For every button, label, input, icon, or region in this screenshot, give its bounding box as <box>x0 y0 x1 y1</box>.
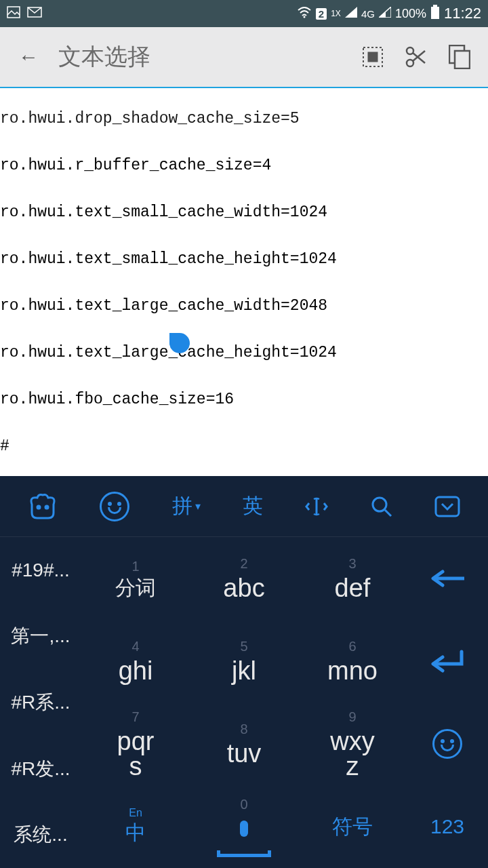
svg-point-2 <box>303 16 305 18</box>
editor-line[interactable]: ro.hwui.text_small_cache_height=1024 <box>0 252 488 267</box>
editor-line[interactable]: ro.hwui.text_large_cache_height=1024 <box>0 345 488 361</box>
wifi-icon <box>297 6 312 22</box>
svg-marker-5 <box>379 12 386 18</box>
battery-icon <box>430 5 440 23</box>
keyboard: 拼▾ 英 #19#...第一,...#R系...#R发...系统...1分词2a… <box>0 476 488 868</box>
mail-icon <box>27 7 42 21</box>
app-bar: ← 文本选择 <box>0 27 488 87</box>
svg-rect-6 <box>431 7 439 19</box>
baidu-logo-button[interactable] <box>28 494 58 519</box>
pinyin-tab[interactable]: 拼▾ <box>172 492 201 520</box>
back-button[interactable]: ← <box>15 43 42 71</box>
svg-rect-9 <box>368 52 378 62</box>
candidate-key[interactable]: #19#... <box>0 537 81 604</box>
emoji-icon <box>432 729 462 759</box>
svg-point-11 <box>407 60 413 66</box>
signal-icon <box>345 7 357 21</box>
svg-rect-22 <box>240 821 248 837</box>
select-all-button[interactable] <box>359 43 386 71</box>
signal-1x-label: 1X <box>331 9 341 18</box>
svg-line-12 <box>413 53 425 63</box>
scissors-icon <box>405 45 428 68</box>
clock: 11:22 <box>444 5 481 22</box>
search-icon <box>371 496 392 517</box>
enter-icon <box>429 649 466 673</box>
battery-percent: 100% <box>395 7 426 21</box>
svg-rect-15 <box>455 51 470 68</box>
key-6[interactable]: 6mno <box>298 620 407 703</box>
editor-line[interactable]: ro.hwui.fbo_cache_size=16 <box>0 392 488 408</box>
editor-line[interactable]: ro.hwui.text_small_cache_width=1024 <box>0 205 488 220</box>
backspace-key[interactable] <box>407 537 488 620</box>
editor-line[interactable]: # <box>0 439 488 454</box>
svg-line-13 <box>413 51 425 61</box>
cut-button[interactable] <box>403 43 430 71</box>
editor-line[interactable]: ro.hwui.drop_shadow_cache_size=5 <box>0 111 488 127</box>
arrow-left-icon: ← <box>18 45 39 68</box>
key-8[interactable]: 8tuv <box>190 703 298 785</box>
page-title: 文本选择 <box>58 41 343 73</box>
english-tab[interactable]: 英 <box>243 492 263 520</box>
key-1[interactable]: 1分词 <box>81 537 190 620</box>
sim-card-indicator: 2 <box>316 8 327 20</box>
key-3[interactable]: 3def <box>298 537 407 620</box>
key-5[interactable]: 5jkl <box>190 620 298 703</box>
collapse-keyboard-button[interactable] <box>434 496 460 517</box>
search-tab[interactable] <box>371 496 392 517</box>
keyboard-toolbar: 拼▾ 英 <box>0 476 488 537</box>
svg-point-16 <box>37 506 40 509</box>
svg-rect-7 <box>433 5 437 7</box>
enter-key[interactable] <box>407 620 488 703</box>
selection-handle[interactable] <box>169 333 190 353</box>
numeric-key[interactable]: 123 <box>407 785 488 868</box>
status-bar: 2 1X 4G 100% 11:22 <box>0 0 488 27</box>
svg-point-10 <box>407 47 413 54</box>
voice-input-key[interactable]: 0 <box>190 785 298 868</box>
editor-line[interactable]: ro.hwui.r_buffer_cache_size=4 <box>0 158 488 174</box>
candidate-key[interactable]: 系统... <box>0 802 81 868</box>
key-4[interactable]: 4ghi <box>81 620 190 703</box>
cursor-tab[interactable] <box>305 496 328 517</box>
copy-button[interactable] <box>446 43 473 71</box>
svg-line-20 <box>385 510 391 516</box>
signal-icon-2 <box>379 7 391 21</box>
text-editor[interactable]: ro.hwui.drop_shadow_cache_size=5 ro.hwui… <box>0 88 488 476</box>
emoji-key[interactable] <box>407 703 488 785</box>
cursor-move-icon <box>305 496 328 517</box>
language-key[interactable]: En中 <box>81 785 190 868</box>
svg-marker-3 <box>345 7 357 18</box>
svg-rect-21 <box>436 497 459 516</box>
svg-point-17 <box>45 506 48 509</box>
chevron-down-box-icon <box>434 496 460 517</box>
symbols-key[interactable]: 符号 <box>298 785 407 868</box>
baidu-logo-icon <box>28 494 58 519</box>
svg-point-19 <box>373 498 386 511</box>
key-7[interactable]: 7pqr s <box>81 703 190 785</box>
backspace-icon <box>429 570 466 587</box>
network-4g-label: 4G <box>361 8 375 20</box>
microphone-icon <box>228 816 260 848</box>
emoji-tab[interactable] <box>100 492 129 521</box>
editor-line[interactable]: ro.hwui.text_large_cache_width=2048 <box>0 298 488 314</box>
select-all-icon <box>362 46 384 68</box>
emoji-icon <box>100 492 129 521</box>
copy-icon <box>449 45 470 69</box>
candidate-key[interactable]: 第一,... <box>0 604 81 670</box>
key-2[interactable]: 2abc <box>190 537 298 620</box>
image-icon <box>7 6 20 22</box>
candidate-key[interactable]: #R发... <box>0 736 81 802</box>
candidate-key[interactable]: #R系... <box>0 669 81 736</box>
key-9[interactable]: 9wxy z <box>298 703 407 785</box>
